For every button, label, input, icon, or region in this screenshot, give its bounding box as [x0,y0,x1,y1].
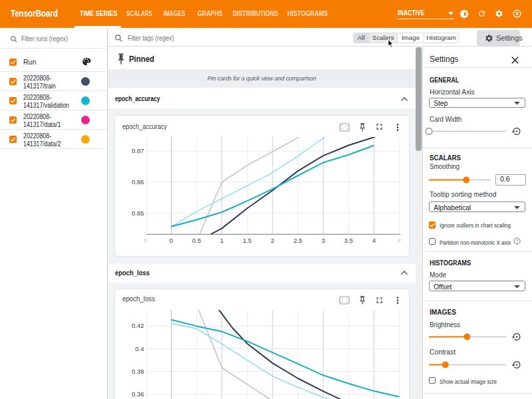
svg-text:?: ? [515,11,519,17]
svg-text:0.36: 0.36 [132,390,144,397]
svg-text:0.85: 0.85 [132,209,144,217]
svg-text:?: ? [515,239,518,243]
svg-text:0.4: 0.4 [135,344,144,352]
svg-text:2: 2 [271,237,274,244]
svg-text:3: 3 [321,237,325,244]
svg-text:4: 4 [372,237,376,244]
svg-text:4: 4 [397,237,400,244]
svg-text:3.5: 3.5 [344,237,353,244]
svg-text:0.86: 0.86 [132,178,144,186]
svg-text:0.42: 0.42 [132,322,144,329]
svg-text:1.5: 1.5 [243,237,251,244]
svg-text:2.5: 2.5 [293,237,302,244]
svg-text:0.87: 0.87 [132,147,144,154]
svg-text:0.38: 0.38 [132,367,144,374]
svg-text:1: 1 [220,237,223,244]
svg-text:5: 5 [144,237,147,244]
svg-text:0: 0 [170,237,173,244]
svg-text:0.5: 0.5 [192,237,201,244]
